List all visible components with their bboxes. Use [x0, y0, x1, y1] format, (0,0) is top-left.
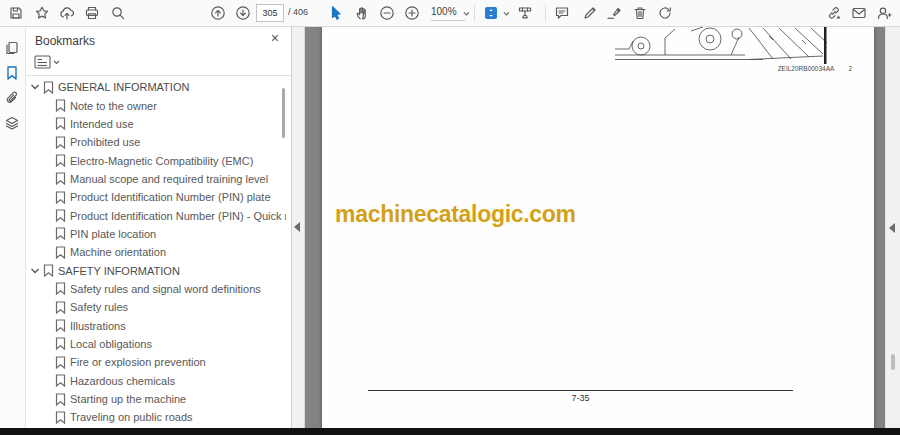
bookmark-item[interactable]: Prohibited use: [25, 133, 286, 151]
bookmark-item[interactable]: Intended use: [25, 115, 286, 133]
taskbar-edge: [0, 428, 900, 435]
bookmark-item-label: PIN plate location: [70, 228, 156, 240]
bookmark-item-label: Starting up the machine: [70, 393, 186, 405]
bookmark-item[interactable]: Safety rules: [25, 298, 286, 316]
bookmark-icon: [55, 301, 66, 314]
toolbar: 305 / 406 100%: [0, 0, 900, 27]
bookmark-icon: [55, 136, 66, 149]
collapse-left-icon[interactable]: [294, 222, 300, 232]
zoom-in-icon[interactable]: [404, 5, 420, 21]
bookmark-icon: [55, 154, 66, 167]
bookmark-icon: [55, 172, 66, 185]
bookmark-icon: [55, 227, 66, 240]
chevron-down-icon[interactable]: [30, 83, 43, 91]
bookmarks-panel: Bookmarks × GENERAL INFORMATION Note to …: [25, 26, 292, 428]
navigation-rail: [0, 26, 26, 428]
page-display-icon[interactable]: [483, 5, 499, 21]
save-icon[interactable]: [8, 5, 24, 21]
bookmark-item-label: Electro-Magnetic Compatibility (EMC): [70, 155, 253, 167]
bookmark-options-icon[interactable]: [34, 54, 62, 71]
bookmark-item[interactable]: Illustrations: [25, 316, 286, 334]
chevron-down-icon[interactable]: [463, 11, 470, 16]
bookmark-item[interactable]: Hazardous chemicals: [25, 372, 286, 390]
bookmark-item-label: Fire or explosion prevention: [70, 356, 206, 368]
scrollbar-thumb[interactable]: [891, 354, 895, 370]
bookmark-item[interactable]: Product Identification Number (PIN) plat…: [25, 188, 286, 206]
bookmark-item-label: Manual scope and required training level: [70, 173, 268, 185]
bookmark-item[interactable]: Local obligations: [25, 335, 286, 353]
vertical-scrollbar[interactable]: [885, 26, 900, 428]
bookmark-icon: [55, 374, 66, 387]
chevron-down-icon[interactable]: [30, 267, 43, 275]
document-area[interactable]: at the factory set on new rate.: [291, 26, 886, 428]
bookmark-icon: [43, 81, 54, 94]
panel-scrollbar[interactable]: [282, 88, 285, 138]
bookmark-icon: [55, 319, 66, 332]
bookmark-item-label: Safety rules and signal word definitions: [70, 283, 261, 295]
attachments-icon[interactable]: [4, 90, 20, 106]
print-icon[interactable]: [84, 5, 100, 21]
page-thumbnails-icon[interactable]: [4, 40, 20, 56]
chevron-down-icon[interactable]: [503, 11, 510, 16]
bookmark-item[interactable]: Traveling on public roads: [25, 408, 286, 426]
bookmark-item[interactable]: PIN plate location: [25, 225, 286, 243]
link-share-icon[interactable]: [826, 5, 842, 21]
bookmark-item-label: GENERAL INFORMATION: [58, 81, 189, 93]
bookmark-item-label: Note to the owner: [70, 100, 157, 112]
technical-illustration: [613, 26, 841, 64]
footer-page-number: 7-35: [368, 393, 793, 403]
bookmark-icon: [55, 337, 66, 350]
email-icon[interactable]: [851, 5, 867, 21]
add-person-icon[interactable]: [876, 5, 892, 21]
panel-toolbar: [25, 50, 291, 76]
bookmark-icon: [55, 282, 66, 295]
bookmark-item-label: Product Identification Number (PIN) - Qu…: [70, 210, 286, 222]
bookmark-icon: [55, 246, 66, 259]
bookmark-item[interactable]: Product Identification Number (PIN) - Qu…: [25, 206, 286, 224]
figure-number: 2: [848, 65, 852, 72]
bookmark-item-label: Prohibited use: [70, 136, 140, 148]
page-number-input[interactable]: 305: [256, 4, 284, 22]
bookmark-item-label: Intended use: [70, 118, 134, 130]
zoom-out-icon[interactable]: [379, 5, 395, 21]
highlight-pencil-icon[interactable]: [582, 5, 598, 21]
panel-collapse-strip[interactable]: [291, 26, 305, 428]
zoom-level-dropdown[interactable]: 100%: [431, 6, 465, 21]
bookmark-item[interactable]: Starting up the machine: [25, 390, 286, 408]
bookmark-icon: [55, 209, 66, 222]
bookmark-item[interactable]: Note to the owner: [25, 96, 286, 114]
page-total-label: / 406: [288, 7, 308, 17]
comment-icon[interactable]: [554, 5, 570, 21]
fit-width-icon[interactable]: [517, 5, 533, 21]
footer-rule: [368, 390, 793, 391]
bookmark-icon: [55, 99, 66, 112]
bookmark-item[interactable]: GENERAL INFORMATION: [25, 78, 286, 96]
bookmarks-icon[interactable]: [4, 65, 20, 81]
toolbar-divider: [474, 5, 475, 21]
star-icon[interactable]: [34, 5, 50, 21]
bookmark-item[interactable]: Fire or explosion prevention: [25, 353, 286, 371]
panel-title: Bookmarks: [35, 34, 95, 48]
layers-icon[interactable]: [4, 115, 20, 131]
bookmark-icon: [55, 117, 66, 130]
search-icon[interactable]: [110, 5, 126, 21]
page-up-icon[interactable]: [210, 5, 226, 21]
page-down-icon[interactable]: [235, 5, 251, 21]
cloud-upload-icon[interactable]: [59, 5, 75, 21]
hand-tool-icon[interactable]: [354, 5, 370, 21]
toolbar-divider: [545, 5, 546, 21]
bookmark-item[interactable]: Manual scope and required training level: [25, 170, 286, 188]
bookmark-item[interactable]: Machine orientation: [25, 243, 286, 261]
bookmark-item[interactable]: Electro-Magnetic Compatibility (EMC): [25, 151, 286, 169]
close-icon[interactable]: ×: [271, 30, 279, 46]
bookmark-item[interactable]: Safety rules and signal word definitions: [25, 280, 286, 298]
bookmark-item-label: Machine orientation: [70, 246, 166, 258]
sign-pen-icon[interactable]: [606, 5, 622, 21]
trash-icon[interactable]: [632, 5, 648, 21]
refresh-icon[interactable]: [657, 5, 673, 21]
select-tool-icon[interactable]: [328, 5, 344, 21]
collapse-right-panel-icon[interactable]: [889, 223, 895, 233]
bookmark-icon: [55, 356, 66, 369]
bookmark-item[interactable]: SAFETY INFORMATION: [25, 261, 286, 279]
bookmark-item-label: Traveling on public roads: [70, 411, 193, 423]
